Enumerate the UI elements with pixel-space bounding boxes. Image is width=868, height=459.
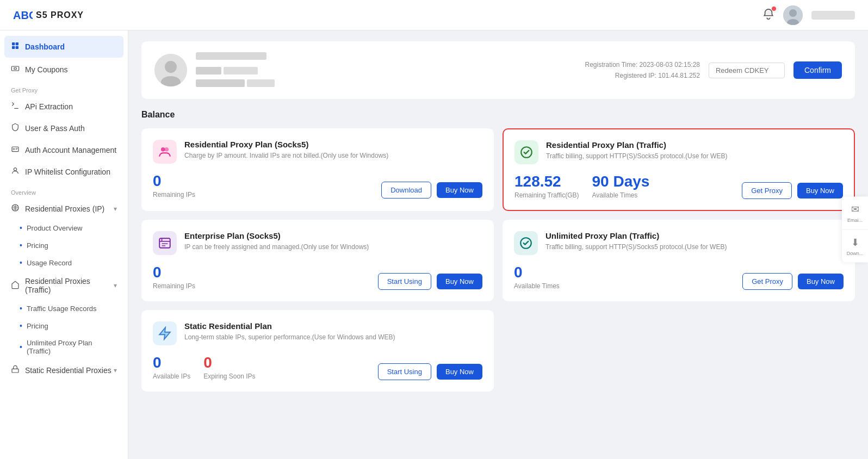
uid-value [224, 67, 258, 75]
float-email-button[interactable]: ✉ Emai... [842, 197, 868, 230]
redeem-cdkey-input[interactable] [709, 63, 785, 78]
traffic-actions: Get Proxy Buy Now [742, 182, 843, 199]
plan-name-traffic: Residential Proxy Plan (Traffic) [546, 140, 843, 150]
plan-name-static: Static Residential Plan [184, 321, 482, 331]
socks5-stat-value: 0 [153, 172, 195, 190]
svg-point-2 [789, 9, 797, 17]
sidebar-group-static-residential[interactable]: Static Residential Proxies ▾ [0, 359, 128, 381]
profile-info: User ID : Referral Code ： [196, 52, 275, 88]
plan-name-unlimited: Unlimited Proxy Plan (Traffic) [545, 231, 844, 240]
notification-bell[interactable] [762, 8, 774, 22]
plan-icon-static [153, 321, 177, 345]
sidebar-item-traffic-usage[interactable]: Traffic Usage Records [0, 300, 128, 317]
balance-grid: Residential Proxy Plan (Socks5) Charge b… [141, 128, 855, 301]
header: ABC S5 PROXY [0, 0, 868, 30]
plan-card-top: Residential Proxy Plan (Socks5) Charge b… [153, 140, 482, 164]
svg-rect-6 [12, 46, 15, 49]
profile-uid: User ID : [196, 66, 275, 75]
plan-icon-unlimited [514, 231, 538, 255]
residential-traffic-label: Residential Proxies (Traffic) [25, 277, 114, 294]
plan-card-static: Static Residential Plan Long-term stable… [141, 310, 494, 392]
static-stat2-value: 0 [203, 354, 255, 371]
sidebar-item-coupons[interactable]: My Coupons [0, 59, 128, 80]
plan-card-unlimited: Unlimited Proxy Plan (Traffic) Traffic b… [503, 220, 855, 301]
confirm-button[interactable]: Confirm [793, 61, 842, 79]
plan-card-top-static: Static Residential Plan Long-term stable… [153, 321, 482, 345]
traffic-get-proxy-button[interactable]: Get Proxy [742, 182, 792, 199]
socks5-buy-button[interactable]: Buy Now [437, 182, 482, 198]
sidebar-item-unlimited-proxy[interactable]: Unlimited Proxy Plan (Traffic) [0, 334, 128, 359]
plan-card-residential-traffic: Residential Proxy Plan (Traffic) Traffic… [503, 128, 855, 211]
referral-value [247, 79, 275, 87]
sidebar: Dashboard My Coupons Get Proxy APi Extra… [0, 30, 128, 459]
auth-icon [11, 145, 20, 156]
unlimited-stat-label: Available Times [514, 282, 560, 290]
sidebar-item-product-overview[interactable]: Product Overview [0, 219, 128, 237]
sidebar-item-pricing2[interactable]: Pricing [0, 317, 128, 334]
svg-point-22 [161, 147, 165, 152]
coupons-label: My Coupons [25, 65, 68, 74]
usage-record-label: Usage Record [27, 259, 72, 267]
static-stat1-value: 0 [153, 354, 190, 371]
coupon-icon [11, 64, 20, 75]
plan-desc-socks5: Charge by IP amount. Invalid IPs are not… [184, 151, 482, 160]
whitelist-icon [11, 166, 20, 177]
static-buy-button[interactable]: Buy Now [437, 364, 482, 380]
plan-info-socks5: Residential Proxy Plan (Socks5) Charge b… [184, 140, 482, 160]
enterprise-stat-value: 0 [153, 264, 195, 281]
residential-ip-label: Residential Proxies (IP) [25, 204, 104, 213]
logo-abc: ABC [13, 8, 33, 22]
svg-point-23 [164, 147, 169, 152]
static-stat1-label: Available IPs [153, 373, 190, 380]
traffic-stat2-label: Available Times [592, 191, 649, 199]
right-float-panel: ✉ Emai... ⬇ Down... [842, 197, 868, 263]
unlimited-buy-button[interactable]: Buy Now [798, 274, 844, 289]
enterprise-buy-button[interactable]: Buy Now [437, 274, 482, 289]
float-download-button[interactable]: ⬇ Down... [842, 230, 868, 263]
sidebar-group-residential-ip[interactable]: Residential Proxies (IP) ▾ [0, 198, 128, 219]
plan-info-enterprise: Enterprise Plan (Socks5) IP can be freel… [184, 231, 482, 252]
get-proxy-section-label: Get Proxy [0, 80, 128, 96]
plan-info-static: Static Residential Plan Long-term stable… [184, 321, 482, 342]
profile-right: Registration Time: 2023-08-03 02:15:28 R… [585, 59, 842, 82]
sidebar-item-auth[interactable]: Auth Account Management [0, 139, 128, 161]
static-plan-section: Static Residential Plan Long-term stable… [141, 310, 855, 392]
socks5-download-button[interactable]: Download [381, 182, 431, 199]
dashboard-icon [11, 41, 20, 52]
profile-card: User ID : Referral Code ： Registration T… [141, 41, 855, 99]
plan-card-enterprise: Enterprise Plan (Socks5) IP can be freel… [141, 220, 494, 301]
sidebar-item-usage-record[interactable]: Usage Record [0, 254, 128, 271]
traffic-stat1-value: 128.52 [514, 173, 579, 190]
unlimited-stat-value: 0 [514, 264, 560, 281]
api-label: APi Extraction [25, 102, 73, 111]
float-email-label: Emai... [847, 218, 863, 223]
profile-referral: Referral Code ： [196, 79, 275, 88]
overview-section-label: Overview [0, 183, 128, 198]
sidebar-item-pricing[interactable]: Pricing [0, 237, 128, 254]
traffic-usage-label: Traffic Usage Records [27, 305, 97, 313]
static-plan-grid: Static Residential Plan Long-term stable… [141, 310, 855, 392]
float-download-label: Down... [847, 251, 864, 256]
auth-label: Auth Account Management [25, 146, 116, 154]
sidebar-group-residential-traffic[interactable]: Residential Proxies (Traffic) ▾ [0, 271, 128, 300]
profile-name-bar [196, 52, 266, 60]
plan-info-traffic: Residential Proxy Plan (Traffic) Traffic… [546, 140, 843, 161]
profile-avatar [154, 54, 187, 86]
user-avatar[interactable] [783, 5, 803, 25]
unlimited-get-proxy-button[interactable]: Get Proxy [742, 273, 792, 290]
static-start-button[interactable]: Start Using [378, 363, 431, 380]
sidebar-item-userpass[interactable]: User & Pass Auth [0, 117, 128, 139]
sidebar-item-whitelist[interactable]: IP Whitelist Configuration [0, 161, 128, 183]
plan-icon-enterprise [153, 231, 177, 255]
plan-desc-unlimited: Traffic billing, support HTTP(S)/Socks5 … [545, 243, 844, 252]
product-overview-label: Product Overview [27, 224, 83, 232]
enterprise-stat-label: Remaining IPs [153, 282, 195, 290]
residential-traffic-icon [11, 281, 20, 291]
whitelist-label: IP Whitelist Configuration [25, 168, 110, 176]
traffic-stat2-value: 90 Days [592, 173, 649, 190]
sidebar-item-dashboard[interactable]: Dashboard [4, 36, 123, 58]
enterprise-start-button[interactable]: Start Using [378, 273, 431, 290]
sidebar-item-api[interactable]: APi Extraction [0, 96, 128, 117]
traffic-buy-button[interactable]: Buy Now [797, 183, 843, 199]
socks5-stat-label: Remaining IPs [153, 191, 195, 199]
